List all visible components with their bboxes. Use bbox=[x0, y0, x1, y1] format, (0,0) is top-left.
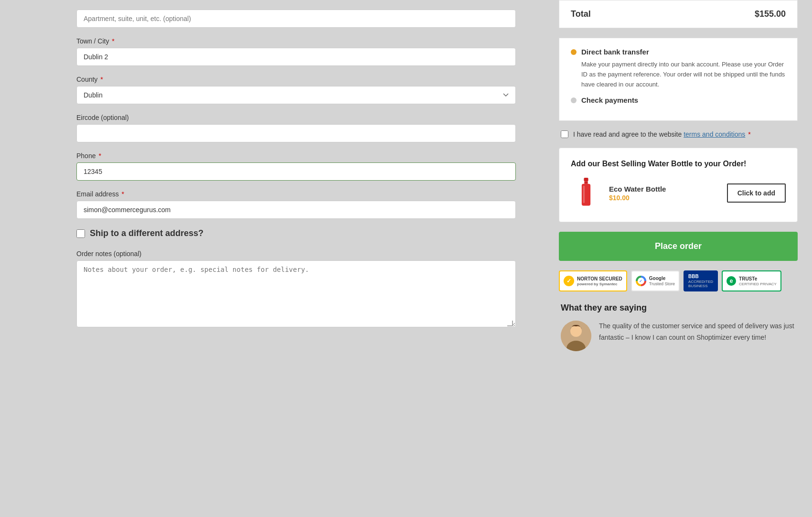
terms-row: I have read and agree to the website ter… bbox=[559, 130, 798, 138]
google-badge: ✓ Google Trusted Store bbox=[631, 270, 680, 291]
testimonial-heading: What they are saying bbox=[561, 303, 796, 313]
product-price: $10.00 bbox=[609, 194, 719, 202]
eircode-group: Eircode (optional) bbox=[76, 114, 516, 142]
avatar bbox=[561, 321, 591, 351]
county-group: County * Dublin Cork Galway Limerick Wat… bbox=[76, 75, 516, 104]
required-indicator: * bbox=[100, 75, 103, 83]
ship-different-section: Ship to a different address? bbox=[76, 228, 516, 238]
eircode-label: Eircode (optional) bbox=[76, 114, 516, 121]
payment-option-direct[interactable]: Direct bank transfer Make your payment d… bbox=[571, 48, 786, 89]
testimonial-text: The quality of the customer service and … bbox=[599, 321, 796, 344]
bbb-text: BBB ACCREDITED BUSINESS bbox=[688, 274, 713, 289]
truste-badge: e TRUSTe CERTIFIED PRIVACY bbox=[722, 270, 781, 291]
payment-direct-title: Direct bank transfer bbox=[581, 48, 786, 56]
truste-e-icon: e bbox=[727, 276, 736, 286]
payment-direct-description: Make your payment directly into our bank… bbox=[581, 60, 786, 89]
testimonial-row: The quality of the customer service and … bbox=[561, 321, 796, 351]
trust-badges: ✓ NORTON SECURED powered by Symantec ✓ G… bbox=[559, 270, 798, 291]
ship-different-label: Ship to a different address? bbox=[90, 228, 203, 238]
email-label: Email address * bbox=[76, 190, 516, 198]
terms-text: I have read and agree to the website ter… bbox=[573, 130, 751, 138]
town-input[interactable] bbox=[76, 48, 516, 66]
required-indicator: * bbox=[112, 37, 114, 45]
bbb-badge: BBB ACCREDITED BUSINESS bbox=[684, 270, 718, 291]
phone-group: Phone * bbox=[76, 152, 516, 181]
payment-check-title: Check payments bbox=[581, 96, 638, 104]
ship-different-checkbox[interactable] bbox=[76, 229, 85, 238]
product-image bbox=[571, 176, 601, 210]
google-check-icon: ✓ bbox=[636, 276, 646, 286]
norton-checkmark-icon: ✓ bbox=[564, 276, 574, 286]
email-input[interactable] bbox=[76, 201, 516, 219]
click-to-add-button[interactable]: Click to add bbox=[727, 183, 786, 203]
total-bar: Total $155.00 bbox=[559, 0, 798, 28]
upsell-title: Add our Best Selling Water Bottle to you… bbox=[571, 160, 786, 168]
place-order-button[interactable]: Place order bbox=[559, 232, 798, 261]
svg-rect-3 bbox=[583, 186, 585, 204]
phone-label: Phone * bbox=[76, 152, 516, 160]
required-indicator: * bbox=[122, 190, 124, 198]
terms-required: * bbox=[748, 130, 750, 138]
terms-checkbox[interactable] bbox=[561, 130, 568, 138]
total-label: Total bbox=[571, 9, 591, 19]
required-indicator: * bbox=[98, 152, 101, 160]
norton-text: NORTON SECURED powered by Symantec bbox=[577, 276, 622, 287]
order-notes-textarea[interactable] bbox=[76, 260, 516, 327]
payment-methods-box: Direct bank transfer Make your payment d… bbox=[559, 38, 798, 121]
order-notes-label: Order notes (optional) bbox=[76, 250, 516, 258]
payment-dot-check bbox=[571, 97, 577, 103]
payment-direct-content: Direct bank transfer Make your payment d… bbox=[581, 48, 786, 89]
upsell-product-row: Eco Water Bottle $10.00 Click to add bbox=[571, 176, 786, 210]
county-label: County * bbox=[76, 75, 516, 83]
phone-input[interactable] bbox=[76, 162, 516, 181]
product-info: Eco Water Bottle $10.00 bbox=[609, 185, 719, 202]
product-name: Eco Water Bottle bbox=[609, 185, 719, 193]
county-select[interactable]: Dublin Cork Galway Limerick Waterford bbox=[76, 86, 516, 104]
email-group: Email address * bbox=[76, 190, 516, 219]
payment-option-check[interactable]: Check payments bbox=[571, 96, 786, 104]
order-notes-group: Order notes (optional) bbox=[76, 250, 516, 329]
google-text: Google Trusted Store bbox=[649, 276, 675, 287]
town-group: Town / City * bbox=[76, 37, 516, 66]
svg-rect-2 bbox=[582, 184, 590, 206]
upsell-panel: Add our Best Selling Water Bottle to you… bbox=[559, 148, 798, 222]
total-amount: $155.00 bbox=[755, 9, 786, 19]
norton-badge: ✓ NORTON SECURED powered by Symantec bbox=[559, 270, 627, 291]
apartment-group bbox=[76, 10, 516, 28]
terms-link[interactable]: terms and conditions bbox=[684, 130, 745, 138]
testimonial-section: What they are saying The quality of the … bbox=[559, 303, 798, 351]
payment-dot-direct bbox=[571, 49, 577, 55]
truste-text: TRUSTe CERTIFIED PRIVACY bbox=[739, 276, 777, 287]
svg-rect-1 bbox=[584, 182, 588, 184]
eircode-input[interactable] bbox=[76, 124, 516, 142]
town-label: Town / City * bbox=[76, 37, 516, 45]
svg-point-5 bbox=[570, 325, 582, 337]
apartment-input[interactable] bbox=[76, 10, 516, 28]
bottle-svg-icon bbox=[579, 178, 593, 208]
avatar-svg-icon bbox=[561, 321, 591, 351]
textarea-resize-handle[interactable] bbox=[507, 321, 513, 326]
svg-rect-0 bbox=[584, 178, 588, 181]
